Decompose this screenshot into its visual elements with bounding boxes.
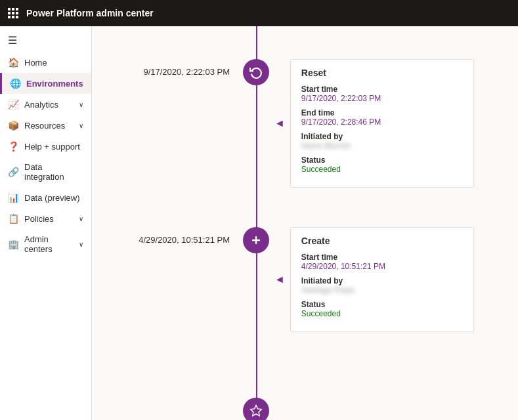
content-area: 9/17/2020, 2:22:03 PM ◄ Reset Start time… bbox=[92, 26, 518, 420]
hamburger-menu[interactable]: ☰ bbox=[0, 29, 91, 52]
event-card-title-create: Create bbox=[301, 236, 463, 246]
sidebar-label-help: Help + support bbox=[24, 142, 80, 152]
sidebar-label-analytics: Analytics bbox=[24, 100, 58, 110]
svg-rect-0 bbox=[8, 8, 11, 10]
analytics-chevron-icon: ∨ bbox=[79, 101, 83, 108]
sidebar-label-resources: Resources bbox=[24, 121, 65, 131]
field-initiated-by-create: Initiated by Santiago Rojas bbox=[301, 276, 463, 295]
sidebar-item-data-integration[interactable]: 🔗 Data integration bbox=[0, 157, 91, 187]
sidebar-label-environments: Environments bbox=[26, 79, 83, 89]
field-start-time-reset: Start time 9/17/2020, 2:22:03 PM bbox=[301, 85, 463, 103]
sidebar-item-resources[interactable]: 📦 Resources ∨ bbox=[0, 115, 91, 136]
admin-centers-icon: 🏢 bbox=[8, 239, 19, 249]
event-arrow-reset: ◄ bbox=[269, 111, 290, 136]
event-date-origin bbox=[92, 398, 243, 406]
sidebar: ☰ 🏠 Home 🌐 Environments 📈 Analytics ∨ 📦 … bbox=[0, 26, 92, 420]
origin-star-icon bbox=[243, 398, 269, 420]
svg-rect-2 bbox=[16, 8, 18, 10]
policies-icon: 📋 bbox=[8, 213, 19, 224]
svg-rect-4 bbox=[12, 12, 14, 14]
environments-icon: 🌐 bbox=[10, 78, 21, 89]
reset-icon bbox=[243, 59, 269, 85]
field-start-time-create: Start time 4/29/2020, 10:51:21 PM bbox=[301, 253, 463, 271]
timeline: 9/17/2020, 2:22:03 PM ◄ Reset Start time… bbox=[92, 26, 518, 420]
sidebar-label-data-integration: Data integration bbox=[24, 162, 83, 182]
event-icon-create bbox=[243, 227, 269, 253]
event-icon-reset bbox=[243, 59, 269, 85]
sidebar-item-admin-centers[interactable]: 🏢 Admin centers ∨ bbox=[0, 229, 91, 259]
event-card-create: Create Start time 4/29/2020, 10:51:21 PM… bbox=[290, 227, 474, 332]
data-preview-icon: 📊 bbox=[8, 192, 19, 203]
home-icon: 🏠 bbox=[8, 57, 19, 68]
app-title: Power Platform admin center bbox=[26, 8, 154, 18]
create-plus-icon bbox=[243, 227, 269, 253]
sidebar-item-analytics[interactable]: 📈 Analytics ∨ bbox=[0, 94, 91, 115]
svg-rect-5 bbox=[16, 12, 18, 14]
sidebar-label-home: Home bbox=[24, 58, 47, 68]
svg-rect-6 bbox=[8, 16, 11, 18]
svg-rect-3 bbox=[8, 12, 11, 14]
topbar: Power Platform admin center bbox=[0, 0, 518, 26]
sidebar-label-policies: Policies bbox=[24, 214, 54, 224]
field-status-create: Status Succeeded bbox=[301, 300, 463, 318]
sidebar-item-help-support[interactable]: ❓ Help + support bbox=[0, 136, 91, 157]
svg-rect-8 bbox=[16, 16, 18, 18]
svg-marker-11 bbox=[251, 406, 262, 416]
main-layout: ☰ 🏠 Home 🌐 Environments 📈 Analytics ∨ 📦 … bbox=[0, 26, 518, 420]
field-status-reset: Status Succeeded bbox=[301, 156, 463, 174]
svg-rect-1 bbox=[12, 8, 14, 10]
data-integration-icon: 🔗 bbox=[8, 167, 19, 177]
sidebar-item-home[interactable]: 🏠 Home bbox=[0, 52, 91, 73]
event-date-create: 4/29/2020, 10:51:21 PM bbox=[92, 227, 243, 245]
sidebar-item-policies[interactable]: 📋 Policies ∨ bbox=[0, 208, 91, 229]
event-icon-origin bbox=[243, 398, 269, 420]
grid-icon bbox=[8, 8, 18, 18]
event-card-reset: Reset Start time 9/17/2020, 2:22:03 PM E… bbox=[290, 59, 474, 188]
event-arrow-create: ◄ bbox=[269, 267, 290, 292]
sidebar-label-data-preview: Data (preview) bbox=[24, 193, 80, 203]
sidebar-item-data-preview[interactable]: 📊 Data (preview) bbox=[0, 187, 91, 208]
help-icon: ❓ bbox=[8, 141, 19, 152]
admin-centers-chevron-icon: ∨ bbox=[79, 241, 83, 248]
sidebar-label-admin-centers: Admin centers bbox=[24, 234, 74, 254]
resources-icon: 📦 bbox=[8, 120, 19, 131]
policies-chevron-icon: ∨ bbox=[79, 215, 83, 222]
field-initiated-by-reset: Initiated by Name Blurred bbox=[301, 132, 463, 150]
timeline-event-reset: 9/17/2020, 2:22:03 PM ◄ Reset Start time… bbox=[92, 59, 518, 188]
field-end-time-reset: End time 9/17/2020, 2:28:46 PM bbox=[301, 108, 463, 127]
sidebar-item-environments[interactable]: 🌐 Environments bbox=[0, 73, 91, 94]
event-date-reset: 9/17/2020, 2:22:03 PM bbox=[92, 59, 243, 77]
analytics-icon: 📈 bbox=[8, 99, 19, 110]
timeline-event-origin bbox=[92, 398, 518, 420]
resources-chevron-icon: ∨ bbox=[79, 122, 83, 129]
timeline-event-create: 4/29/2020, 10:51:21 PM ◄ Create Start ti… bbox=[92, 227, 518, 332]
svg-rect-7 bbox=[12, 16, 14, 18]
event-card-title-reset: Reset bbox=[301, 68, 463, 78]
